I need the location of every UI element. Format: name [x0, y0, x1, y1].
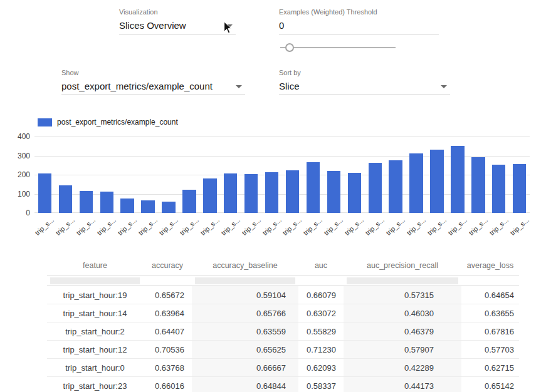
slicing-metrics-browser: Visualization Slices Overview Examples (…	[0, 0, 541, 392]
bar[interactable]	[286, 170, 299, 213]
metric-cell: 0.71230	[298, 341, 344, 359]
metric-cell: 0.65672	[143, 286, 192, 304]
bar[interactable]	[224, 173, 237, 213]
threshold-input[interactable]: 0	[279, 18, 439, 34]
bar[interactable]	[471, 157, 485, 213]
y-axis: 0100200300400	[5, 132, 30, 249]
threshold-slider-track[interactable]	[280, 47, 396, 48]
bar-slot: trip_s...	[344, 137, 365, 213]
bar[interactable]	[141, 200, 154, 213]
metric-cell: 0.57703	[461, 341, 519, 359]
bar[interactable]	[203, 178, 216, 213]
threshold-label: Examples (Weighted) Threshold	[279, 8, 377, 16]
table-row[interactable]: trip_start_hour:20.644070.635590.558290.…	[47, 322, 519, 341]
column-header[interactable]: accuracy_baseline	[192, 255, 298, 276]
bar-slot: trip_s...	[179, 137, 199, 213]
column-filter-input[interactable]	[195, 277, 295, 284]
x-axis-label: trip_s...	[137, 216, 159, 237]
filter-cell	[298, 276, 344, 286]
bar-slot: trip_s...	[386, 137, 406, 213]
threshold-value: 0	[279, 18, 439, 33]
column-header[interactable]: auc_precision_recall	[344, 255, 461, 276]
bar-slot: trip_s...	[406, 137, 427, 213]
bar[interactable]	[451, 146, 464, 213]
bar[interactable]	[182, 190, 196, 213]
table-row[interactable]: trip_start_hour:00.637680.666670.620930.…	[47, 359, 519, 377]
x-axis-label: trip_s...	[302, 216, 324, 237]
x-axis-label: trip_s...	[384, 216, 406, 237]
bar-slot: trip_s...	[261, 137, 282, 213]
y-axis-label: 400	[5, 132, 30, 141]
x-axis-label: trip_s...	[488, 216, 510, 237]
bar-slot: trip_s...	[138, 137, 159, 213]
bar-slot: trip_s...	[303, 137, 323, 213]
bar[interactable]	[80, 191, 93, 213]
bar[interactable]	[409, 153, 423, 213]
column-header[interactable]: average_loss	[461, 255, 519, 276]
bar[interactable]	[120, 199, 134, 213]
bar[interactable]	[59, 185, 72, 213]
column-header[interactable]: feature	[47, 255, 143, 276]
table-row[interactable]: trip_start_hour:120.705360.656250.712300…	[47, 341, 519, 359]
feature-cell: trip_start_hour:0	[47, 359, 143, 377]
bar[interactable]	[513, 164, 526, 213]
bar-slot: trip_s...	[468, 137, 488, 213]
x-axis-label: trip_s...	[95, 216, 117, 237]
sort-by-dropdown[interactable]: Slice	[279, 79, 450, 95]
column-filter-input[interactable]	[50, 277, 140, 284]
metric-cell: 0.65142	[461, 377, 519, 392]
bar-slot: trip_s...	[55, 137, 76, 213]
bar[interactable]	[389, 160, 402, 213]
legend-label: post_export_metrics/example_count	[57, 118, 178, 126]
bar[interactable]	[38, 173, 51, 213]
x-axis-label: trip_s...	[281, 216, 303, 237]
bar[interactable]	[100, 192, 113, 213]
metric-cell: 0.67816	[461, 322, 519, 341]
metric-cell: 0.65766	[192, 304, 298, 322]
x-axis-label: trip_s...	[116, 216, 138, 237]
bar[interactable]	[244, 174, 258, 213]
metric-cell: 0.66667	[192, 359, 298, 377]
column-filter-input[interactable]	[347, 277, 458, 284]
column-header[interactable]: auc	[298, 255, 344, 276]
threshold-slider-handle[interactable]	[285, 43, 294, 52]
show-metric-value: post_export_metrics/example_count	[61, 79, 245, 94]
bar[interactable]	[492, 165, 505, 213]
table-row[interactable]: trip_start_hour:140.639640.657660.630720…	[47, 304, 519, 322]
chevron-down-icon[interactable]	[236, 85, 242, 88]
bar[interactable]	[307, 162, 320, 213]
table-header-row: featureaccuracyaccuracy_baselineaucauc_p…	[47, 255, 519, 276]
bar-slot: trip_s...	[509, 137, 530, 213]
show-label: Show	[61, 69, 79, 76]
bar[interactable]	[327, 171, 340, 213]
bar-slot: trip_s...	[365, 137, 386, 213]
metric-cell: 0.42289	[344, 359, 461, 377]
visualization-dropdown[interactable]: Slices Overview	[119, 18, 236, 34]
feature-cell: trip_start_hour:19	[47, 286, 143, 304]
table-row[interactable]: trip_start_hour:190.656720.591040.660790…	[47, 286, 519, 304]
x-axis-label: trip_s...	[178, 216, 200, 237]
bar-chart: 0100200300400 trip_s...trip_s...trip_s..…	[0, 132, 541, 249]
x-axis-label: trip_s...	[405, 216, 427, 237]
y-axis-label: 200	[5, 170, 30, 179]
filter-cell	[143, 276, 192, 286]
x-axis-label: trip_s...	[219, 216, 241, 237]
bar[interactable]	[430, 150, 443, 213]
x-axis-label: trip_s...	[261, 216, 283, 237]
metric-cell: 0.57907	[344, 341, 461, 359]
table-row[interactable]: trip_start_hour:230.660160.648440.583370…	[47, 377, 519, 392]
bar[interactable]	[348, 173, 361, 213]
show-metric-dropdown[interactable]: post_export_metrics/example_count	[61, 79, 245, 95]
bar-slot: trip_s...	[447, 137, 468, 213]
y-axis-label: 100	[5, 190, 30, 199]
filter-cell	[47, 276, 143, 286]
filter-cell	[192, 276, 298, 286]
column-header[interactable]: accuracy	[143, 255, 192, 276]
bar-plot: trip_s...trip_s...trip_s...trip_s...trip…	[34, 137, 530, 213]
filter-row	[47, 276, 519, 286]
metric-cell: 0.59104	[192, 286, 298, 304]
bar[interactable]	[162, 202, 175, 213]
bar[interactable]	[369, 163, 382, 213]
chevron-down-icon[interactable]	[441, 85, 447, 88]
bar[interactable]	[265, 172, 278, 213]
